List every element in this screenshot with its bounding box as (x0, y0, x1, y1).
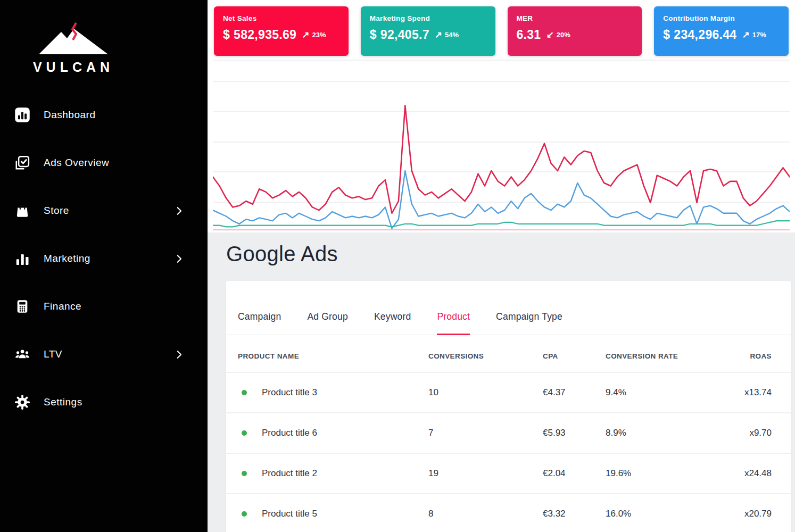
column-header-cpa: CPA (543, 352, 606, 360)
roas-cell: x20.79 (739, 509, 772, 519)
chart-red-line (213, 105, 790, 213)
kpi-card-label: Contribution Margin (663, 14, 780, 22)
trend-down-icon: ↙ (546, 29, 553, 40)
brand-name: VULCAN (27, 60, 120, 75)
sidebar-item-store[interactable]: Store (0, 187, 208, 235)
bar-chart-square-icon (13, 107, 32, 123)
chart-teal-line (213, 221, 790, 227)
table-header-row: PRODUCT NAMECONVERSIONSCPACONVERSION RAT… (226, 335, 791, 372)
chevron-right-icon[interactable] (174, 206, 184, 216)
google-ads-panel: CampaignAd GroupKeywordProductCampaign T… (226, 281, 791, 532)
cpa-cell: €3.32 (543, 509, 606, 519)
tab-ad-group[interactable]: Ad Group (307, 311, 348, 335)
product-name: Product title 2 (262, 468, 317, 479)
tabs-bar: CampaignAd GroupKeywordProductCampaign T… (226, 281, 791, 335)
sidebar-item-label: Settings (44, 396, 82, 408)
chart-blue-line (213, 171, 790, 228)
status-dot-icon (242, 390, 247, 395)
kpi-card-label: MER (517, 14, 633, 22)
conversions-cell: 8 (428, 509, 543, 519)
table-row[interactable]: Product title 310€4.379.4%x13.74 (226, 372, 791, 412)
kpi-currency: $ (370, 28, 377, 42)
sidebar-item-ltv[interactable]: LTV (0, 330, 208, 378)
tab-campaign[interactable]: Campaign (238, 311, 281, 335)
sidebar-item-label: LTV (44, 348, 62, 360)
users-icon (13, 346, 32, 362)
cpa-cell: €4.37 (543, 387, 606, 398)
mountain-logo-icon (34, 22, 113, 57)
conversions-cell: 19 (428, 468, 543, 479)
kpi-delta: 17% (752, 31, 766, 39)
roas-cell: x13.74 (739, 387, 772, 398)
kpi-card-label: Marketing Spend (370, 14, 486, 22)
kpi-cards-row: Net Sales$582,935.69↗23%Marketing Spend$… (208, 0, 795, 56)
conversion-rate-cell: 8.9% (606, 428, 739, 438)
trend-up-icon: ↗ (435, 29, 442, 40)
column-header-roas: ROAS (739, 352, 772, 360)
tab-keyword[interactable]: Keyword (374, 311, 411, 335)
chevron-right-icon[interactable] (174, 254, 184, 264)
sidebar-item-label: Store (44, 205, 69, 217)
roas-cell: x9.70 (739, 428, 772, 438)
sidebar-item-label: Dashboard (44, 109, 95, 121)
kpi-delta: 20% (557, 31, 570, 39)
column-header-product-name: PRODUCT NAME (238, 352, 428, 360)
table-row[interactable]: Product title 58€3.3216.0%x20.79 (226, 493, 791, 532)
conversion-rate-cell: 9.4% (606, 387, 739, 398)
gear-icon (13, 394, 32, 410)
kpi-value: 582,935.69 (234, 28, 296, 42)
calculator-icon (13, 299, 32, 314)
sidebar-item-label: Ads Overview (44, 157, 109, 169)
chevron-right-icon[interactable] (174, 350, 184, 360)
status-dot-icon (242, 511, 247, 517)
conversion-rate-cell: 16.0% (606, 509, 739, 519)
product-name: Product title 5 (262, 509, 317, 519)
kpi-card-label: Net Sales (223, 14, 339, 22)
checkbox-chart-icon (13, 155, 32, 171)
sidebar-item-settings[interactable]: Settings (0, 378, 208, 426)
sidebar: VULCAN DashboardAds OverviewStoreMarketi… (0, 0, 208, 532)
sidebar-item-label: Marketing (44, 253, 90, 264)
sidebar-item-ads-overview[interactable]: Ads Overview (0, 139, 208, 187)
sidebar-item-marketing[interactable]: Marketing (0, 235, 208, 282)
status-dot-icon (242, 471, 247, 476)
kpi-card-mer: MER6.31↙20% (508, 6, 642, 56)
vulcan-logo: VULCAN (27, 22, 120, 75)
google-ads-section: Google Ads CampaignAd GroupKeywordProduc… (208, 232, 795, 532)
main-content: Net Sales$582,935.69↗23%Marketing Spend$… (208, 0, 795, 532)
table-body: Product title 310€4.379.4%x13.74Product … (226, 372, 791, 532)
sidebar-nav: DashboardAds OverviewStoreMarketingFinan… (0, 91, 208, 426)
status-dot-icon (242, 430, 247, 436)
conversions-cell: 7 (428, 428, 543, 438)
kpi-delta: 23% (312, 31, 326, 39)
product-name: Product title 3 (262, 387, 317, 398)
kpi-currency: $ (663, 28, 670, 42)
tab-campaign-type[interactable]: Campaign Type (496, 311, 562, 335)
sidebar-item-dashboard[interactable]: Dashboard (0, 91, 208, 139)
bar-chart-icon (13, 251, 32, 267)
kpi-value: 234,296.44 (674, 28, 736, 42)
kpi-card-marketing-spend: Marketing Spend$92,405.7↗54% (361, 6, 495, 56)
tab-product[interactable]: Product (437, 311, 470, 335)
trend-up-icon: ↗ (742, 29, 749, 40)
product-name: Product title 6 (262, 428, 317, 438)
roas-cell: x24.48 (739, 468, 772, 479)
table-row[interactable]: Product title 67€5.938.9%x9.70 (226, 412, 791, 453)
section-title: Google Ads (226, 241, 795, 267)
sidebar-item-label: Finance (44, 301, 81, 312)
performance-line-chart (213, 60, 790, 232)
kpi-value: 92,405.7 (380, 28, 429, 42)
table-row[interactable]: Product title 219€2.0419.6%x24.48 (226, 453, 791, 493)
column-header-conversion-rate: CONVERSION RATE (606, 352, 739, 360)
kpi-currency: $ (223, 28, 230, 42)
conversion-rate-cell: 19.6% (606, 468, 739, 479)
kpi-value: 6.31 (517, 28, 541, 42)
cpa-cell: €5.93 (543, 428, 606, 438)
sidebar-item-finance[interactable]: Finance (0, 282, 208, 330)
trend-up-icon: ↗ (302, 29, 309, 40)
kpi-card-net-sales: Net Sales$582,935.69↗23% (214, 6, 349, 56)
column-header-conversions: CONVERSIONS (428, 352, 543, 360)
cpa-cell: €2.04 (543, 468, 606, 479)
kpi-delta: 54% (445, 31, 459, 39)
shopping-bag-icon (13, 203, 32, 218)
